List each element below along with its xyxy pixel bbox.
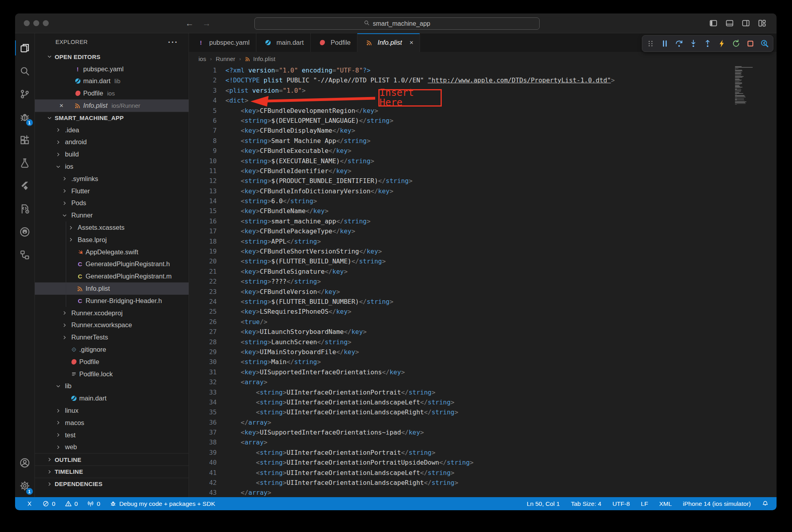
tree-item-.idea[interactable]: .idea <box>35 124 189 136</box>
more-actions-icon[interactable]: ··· <box>168 38 178 47</box>
tree-item-android[interactable]: android <box>35 136 189 149</box>
open-editor-Info.plist[interactable]: × Info.plist ios/Runner <box>35 99 189 112</box>
code-line[interactable]: 24 <string>$(FLUTTER_BUILD_NUMBER)</stri… <box>189 297 777 307</box>
code-line[interactable]: 25 <key>LSRequiresIPhoneOS</key> <box>189 307 777 317</box>
code-line[interactable]: 43 </array> <box>189 488 777 497</box>
code-line[interactable]: 20 <string>$(FLUTTER_BUILD_NAME)</string… <box>189 256 777 266</box>
close-icon[interactable]: × <box>410 39 414 47</box>
tree-item-Podfile.lock[interactable]: Podfile.lock <box>35 368 189 380</box>
tab-Info.plist[interactable]: Info.plist × <box>357 33 420 52</box>
code-line[interactable]: 23 <key>CFBundleVersion</key> <box>189 287 777 297</box>
panel-outline[interactable]: OUTLINE <box>35 453 189 465</box>
activity-extensions[interactable] <box>15 128 35 151</box>
close-window-icon[interactable] <box>24 20 30 26</box>
hot-reload-button[interactable] <box>716 38 728 50</box>
tree-item-.gitignore[interactable]: .gitignore <box>35 343 189 356</box>
tree-item-ios[interactable]: ios <box>35 160 189 173</box>
tree-item-Runner.xcworkspace[interactable]: Runner.xcworkspace <box>35 319 189 332</box>
pause-button[interactable] <box>659 38 671 50</box>
forward-icon[interactable]: → <box>202 19 211 28</box>
code-line[interactable]: 22 <string>????</string> <box>189 276 777 286</box>
close-icon[interactable]: × <box>59 102 63 110</box>
code-line[interactable]: 17 <key>CFBundlePackageType</key> <box>189 226 777 236</box>
errors-count[interactable]: 0 <box>42 500 55 507</box>
minimize-window-icon[interactable] <box>33 20 39 26</box>
code-line[interactable]: 1 <?xml version="1.0" encoding="UTF-8"?> <box>189 65 777 75</box>
tree-item-AppDelegate.swift[interactable]: AppDelegate.swift <box>35 246 189 258</box>
code-line[interactable]: 14 <string>6.0</string> <box>189 196 777 206</box>
open-editor-Podfile[interactable]: Podfile ios <box>35 87 189 99</box>
code-line[interactable]: 30 <string>Main</string> <box>189 357 777 367</box>
tab-Podfile[interactable]: Podfile <box>311 33 357 52</box>
panel-timeline[interactable]: TIMELINE <box>35 465 189 478</box>
code-line[interactable]: 21 <key>CFBundleSignature</key> <box>189 267 777 276</box>
device-selector[interactable]: iPhone 14 (ios simulator) <box>683 500 751 507</box>
code-line[interactable]: 35 <string>UIInterfaceOrientationLandsca… <box>189 407 777 417</box>
tree-item-Assets.xcassets[interactable]: Assets.xcassets <box>35 221 189 234</box>
tree-item-web[interactable]: web <box>35 441 189 454</box>
code-line[interactable]: 10 <string>$(EXECUTABLE_NAME)</string> <box>189 156 777 166</box>
code-line[interactable]: 39 <string>UIInterfaceOrientationPortrai… <box>189 448 777 458</box>
tree-item-Info.plist[interactable]: Info.plist <box>35 282 189 295</box>
activity-settings[interactable]: 1 <box>15 474 35 497</box>
tree-item-linux[interactable]: linux <box>35 404 189 417</box>
toggle-primary-sidebar-icon[interactable] <box>709 19 718 27</box>
code-editor[interactable]: 1 <?xml version="1.0" encoding="UTF-8"?>… <box>189 65 777 497</box>
code-line[interactable]: 33 <string>UIInterfaceOrientationPortrai… <box>189 387 777 397</box>
code-line[interactable]: 32 <array> <box>189 377 777 387</box>
encoding[interactable]: UTF-8 <box>613 500 630 507</box>
step-into-button[interactable] <box>687 38 699 50</box>
code-line[interactable]: 2 <!DOCTYPE plist PUBLIC "-//Apple//DTD … <box>189 75 777 85</box>
tree-item-GeneratedPluginRegistrant.m[interactable]: C GeneratedPluginRegistrant.m <box>35 270 189 282</box>
activity-testing[interactable] <box>15 151 35 174</box>
tree-item-test[interactable]: test <box>35 429 189 441</box>
restart-button[interactable] <box>730 38 742 50</box>
code-line[interactable]: 29 <key>UIMainStoryboardFile</key> <box>189 347 777 357</box>
project-root[interactable]: SMART_MACHINE_APP <box>35 112 189 124</box>
code-line[interactable]: 42 <string>UIInterfaceOrientationLandsca… <box>189 478 777 488</box>
stop-button[interactable] <box>744 38 756 50</box>
code-line[interactable]: 11 <key>CFBundleIdentifier</key> <box>189 166 777 176</box>
code-line[interactable]: 31 <key>UISupportedInterfaceOrientations… <box>189 367 777 377</box>
eol[interactable]: LF <box>641 500 648 507</box>
tree-item-Runner.xcodeproj[interactable]: Runner.xcodeproj <box>35 307 189 319</box>
breadcrumb-Runner[interactable]: Runner <box>216 55 235 62</box>
tree-item-macos[interactable]: macos <box>35 417 189 429</box>
tree-item-GeneratedPluginRegistrant.h[interactable]: C GeneratedPluginRegistrant.h <box>35 258 189 271</box>
tab-main.dart[interactable]: main.dart <box>256 33 311 52</box>
code-line[interactable]: 19 <key>CFBundleShortVersionString</key> <box>189 246 777 256</box>
code-line[interactable]: 3 <plist version="1.0"> <box>189 86 777 95</box>
activity-github[interactable] <box>15 220 35 243</box>
tree-item-.symlinks[interactable]: .symlinks <box>35 173 189 185</box>
tree-item-RunnerTests[interactable]: RunnerTests <box>35 331 189 343</box>
code-line[interactable]: 26 <true/> <box>189 317 777 327</box>
warnings-count[interactable]: 0 <box>65 500 78 507</box>
open-devtools-button[interactable] <box>759 38 771 50</box>
tree-item-Runner-Bridging-Header.h[interactable]: C Runner-Bridging-Header.h <box>35 295 189 307</box>
code-line[interactable]: 13 <key>CFBundleInfoDictionaryVersion</k… <box>189 186 777 196</box>
code-line[interactable]: 12 <string>$(PRODUCT_BUNDLE_IDENTIFIER)<… <box>189 176 777 186</box>
tree-item-build[interactable]: build <box>35 148 189 160</box>
code-line[interactable]: 27 <key>UILaunchStoryboardName</key> <box>189 327 777 337</box>
panel-dependencies[interactable]: DEPENDENCIES <box>35 478 189 490</box>
command-center-search[interactable]: smart_machine_app <box>254 17 540 30</box>
tree-item-main.dart[interactable]: main.dart <box>35 392 189 404</box>
open-editors-header[interactable]: OPEN EDITORS <box>35 51 189 63</box>
code-line[interactable]: 15 <key>CFBundleName</key> <box>189 206 777 216</box>
code-line[interactable]: 16 <string>smart_machine_app</string> <box>189 216 777 226</box>
tree-item-Podfile[interactable]: Podfile <box>35 356 189 368</box>
code-line[interactable]: 37 <key>UISupportedInterfaceOrientations… <box>189 427 777 437</box>
toggle-secondary-sidebar-icon[interactable] <box>742 19 750 27</box>
tab-size[interactable]: Tab Size: 4 <box>571 500 601 507</box>
step-out-button[interactable] <box>702 38 714 50</box>
minimap[interactable] <box>735 66 755 105</box>
activity-accounts[interactable] <box>15 451 35 474</box>
activity-project-tools[interactable] <box>15 197 35 220</box>
activity-run-and-debug[interactable]: 1 <box>15 105 35 128</box>
breadcrumb-ios[interactable]: ios <box>198 55 206 62</box>
tree-item-Runner[interactable]: Runner <box>35 209 189 221</box>
back-icon[interactable]: ← <box>185 19 194 28</box>
tree-item-lib[interactable]: lib <box>35 380 189 393</box>
step-over-button[interactable] <box>673 38 685 50</box>
activity-explorer[interactable] <box>15 36 35 59</box>
